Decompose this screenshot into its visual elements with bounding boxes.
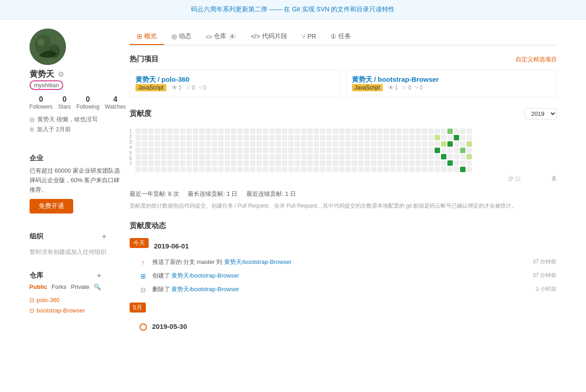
tab-snippet[interactable]: </> 代码片段 [244,29,295,45]
bio-icon: ▤ [30,116,35,123]
year-selector[interactable]: 2019 2018 [525,108,557,119]
contribution-section: 贡献度 2019 2018 1 2 3 4 5 6 7 [130,108,557,210]
chart-cell-7-0 [180,129,185,134]
chart-cell-25-4 [295,154,300,159]
org-add-icon[interactable]: + [102,233,106,241]
customize-link[interactable]: 自定义精选项目 [516,55,557,64]
chart-cell-9-1 [193,135,198,140]
chart-cell-33-1 [346,135,351,140]
chart-cell-3-4 [155,154,160,159]
chart-cell-6-3 [174,148,179,153]
chart-cell-38-4 [377,154,383,159]
tab-overview[interactable]: ⊞ 概览 [130,29,164,45]
chart-week-9 [193,129,198,172]
chart-cell-14-3 [225,148,230,153]
repo-link-2[interactable]: bootstrap-Browser [37,307,85,314]
repo-tab-private[interactable]: Private [71,283,89,291]
chart-cell-16-2 [237,141,243,147]
chart-cell-22-5 [275,160,281,166]
tab-activity[interactable]: ◎ 动态 [164,29,199,45]
chart-cell-45-3 [422,148,427,153]
chart-cell-15-3 [231,148,236,153]
chart-cell-49-5 [447,160,453,166]
tab-task[interactable]: ① 任务 [323,29,358,45]
chart-cell-52-2 [466,141,472,147]
chart-cell-42-4 [403,154,408,159]
chart-week-44 [416,129,421,172]
repo-search-icon[interactable]: 🔍 [94,283,101,291]
chart-with-labels: 1 2 3 4 5 6 7 [130,129,557,172]
repo-link-1[interactable]: polo-360 [37,297,60,303]
chart-cell-32-5 [339,160,345,166]
tab-repo-icon: ▭ [206,33,212,40]
chart-week-50 [454,129,459,172]
chart-cell-21-1 [269,135,275,140]
chart-cell-47-5 [435,160,440,166]
activity-group-today: 今天 2019-06-01 ↑ 推送了新的 分支 master 到 黄势天/bo… [130,238,557,294]
stat-stars[interactable]: 0 Stars [58,95,71,110]
chart-cell-2-4 [148,154,154,159]
chart-week-29 [320,129,326,172]
chart-cell-15-1 [231,135,236,140]
chart-cell-27-1 [307,135,313,140]
chart-cell-2-0 [148,129,154,134]
settings-icon[interactable]: ⚙ [58,70,64,79]
tab-snippet-icon: </> [251,33,260,40]
chart-cell-45-0 [422,129,427,134]
activity-link-2[interactable]: 黄势天/bootstrap-Browser [171,272,239,279]
activity-date-header-today: 今天 2019-06-01 [130,238,557,253]
contribution-title: 贡献度 [130,109,151,119]
project-meta-1: JavaScript 👁 1 ☆ 0 ⑂ 0 [135,84,335,91]
chart-cell-33-4 [346,154,351,159]
push-icon-1: ↑ [139,258,148,267]
chart-cell-26-6 [301,167,306,172]
chart-cell-48-4 [441,154,446,159]
chart-cell-35-5 [358,160,364,166]
chart-cell-9-2 [193,141,198,147]
chart-cell-3-0 [155,129,160,134]
joined-item: ⊞ 加入于 2月前 [30,125,98,134]
activity-link-3[interactable]: 黄势天/bootstrap-Browser [171,286,239,293]
chart-cell-32-0 [339,129,345,134]
repo-tab-public[interactable]: Public [30,283,47,291]
chart-cell-4-1 [161,135,166,140]
chart-cell-47-4 [435,154,440,159]
create-icon-1: ⊞ [139,272,148,281]
activity-link-1[interactable]: 黄势天/bootstrap-Browser [224,258,292,265]
chart-cell-2-5 [148,160,154,166]
enterprise-btn[interactable]: 免费开通 [30,199,73,213]
chart-cell-43-4 [409,154,415,159]
repo-tab-forks[interactable]: Forks [52,283,67,291]
stat-following[interactable]: 0 Following [76,95,100,110]
tab-pr[interactable]: ⑂ PR [295,29,323,45]
chart-cell-36-5 [365,160,370,166]
chart-week-26 [301,129,306,172]
activity-time-3: 1 小时前 [536,285,556,293]
chart-cell-8-2 [186,141,192,147]
chart-cell-47-0 [435,129,440,134]
project-name-1[interactable]: 黄势天 / polo-360 [135,75,190,83]
chart-cell-35-4 [358,154,364,159]
project-stats-1: 👁 1 ☆ 0 ⑂ 0 [172,84,206,91]
chart-cell-49-4 [447,154,453,159]
chart-cell-26-1 [301,135,306,140]
chart-cell-10-4 [199,154,205,159]
chart-cell-13-4 [218,154,224,159]
stat-followers[interactable]: 0 Followers [30,95,53,110]
chart-cell-33-2 [346,141,351,147]
repo-add-icon[interactable]: + [97,272,101,280]
chart-cell-50-3 [454,148,459,153]
tab-task-label: 任务 [338,32,351,40]
project-name-2[interactable]: 黄势天 / bootstrap-Browser [352,75,439,83]
chart-cell-18-4 [250,154,255,159]
chart-cell-16-3 [237,148,243,153]
chart-cell-24-5 [288,160,294,166]
org-empty-text: 暂时没有创建或加入任何组织 [30,244,106,260]
tab-repo[interactable]: ▭ 仓库 4 [199,29,244,45]
chart-week-23 [282,129,287,172]
chart-cell-30-1 [326,135,332,140]
stat-watches[interactable]: 4 Watches [105,95,126,110]
chart-week-10 [199,129,205,172]
chart-cell-48-5 [441,160,446,166]
chart-cell-33-3 [346,148,351,153]
